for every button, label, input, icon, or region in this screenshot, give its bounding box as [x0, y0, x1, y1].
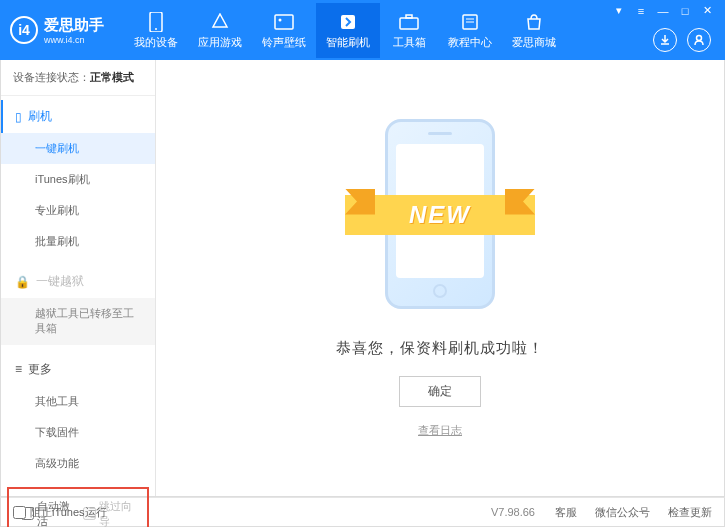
phone-small-icon: ▯	[15, 110, 22, 124]
jailbreak-header: 🔒 一键越狱	[1, 265, 155, 298]
more-section: ≡ 更多 其他工具 下载固件 高级功能	[1, 349, 155, 483]
tab-my-device[interactable]: 我的设备	[124, 3, 188, 58]
block-itunes-checkbox[interactable]: 阻止iTunes运行	[13, 505, 107, 520]
body-area: 设备连接状态：正常模式 ▯ 刷机 一键刷机 iTunes刷机 专业刷机 批量刷机…	[0, 60, 725, 497]
dropdown-icon[interactable]: ▾	[611, 4, 627, 17]
sidebar-item-download-firmware[interactable]: 下载固件	[1, 417, 155, 448]
user-button[interactable]	[687, 28, 711, 52]
sidebar: 设备连接状态：正常模式 ▯ 刷机 一键刷机 iTunes刷机 专业刷机 批量刷机…	[1, 60, 156, 496]
jailbreak-note: 越狱工具已转移至工具箱	[1, 298, 155, 345]
main-content: NEW 恭喜您，保资料刷机成功啦！ 确定 查看日志	[156, 60, 724, 496]
sidebar-item-batch-flash[interactable]: 批量刷机	[1, 226, 155, 257]
sidebar-item-itunes-flash[interactable]: iTunes刷机	[1, 164, 155, 195]
download-button[interactable]	[653, 28, 677, 52]
svg-rect-4	[341, 15, 355, 29]
app-icon	[209, 11, 231, 33]
app-url: www.i4.cn	[44, 35, 104, 45]
tab-apps[interactable]: 应用游戏	[188, 3, 252, 58]
svg-point-10	[697, 36, 702, 41]
phone-illustration: NEW	[365, 119, 515, 319]
sidebar-item-pro-flash[interactable]: 专业刷机	[1, 195, 155, 226]
tab-tutorial[interactable]: 教程中心	[438, 3, 502, 58]
svg-point-1	[155, 28, 157, 30]
device-status: 设备连接状态：正常模式	[1, 60, 155, 96]
maximize-icon[interactable]: □	[677, 5, 693, 17]
footer-service-link[interactable]: 客服	[555, 505, 577, 520]
tab-store[interactable]: 爱思商城	[502, 3, 566, 58]
new-banner: NEW	[345, 189, 535, 235]
menu-lines-icon: ≡	[15, 362, 22, 376]
confirm-button[interactable]: 确定	[399, 376, 481, 407]
toolbox-icon	[398, 11, 420, 33]
footer-links: 客服 微信公众号 检查更新	[555, 505, 712, 520]
footer-wechat-link[interactable]: 微信公众号	[595, 505, 650, 520]
image-icon	[273, 11, 295, 33]
view-log-link[interactable]: 查看日志	[418, 423, 462, 438]
more-header[interactable]: ≡ 更多	[1, 353, 155, 386]
tab-flash[interactable]: 智能刷机	[316, 3, 380, 58]
tab-ringtone[interactable]: 铃声壁纸	[252, 3, 316, 58]
tab-toolbox[interactable]: 工具箱	[380, 3, 438, 58]
sidebar-item-advanced[interactable]: 高级功能	[1, 448, 155, 479]
footer-update-link[interactable]: 检查更新	[668, 505, 712, 520]
svg-point-3	[279, 18, 282, 21]
svg-rect-2	[275, 15, 293, 29]
svg-rect-5	[400, 18, 418, 29]
sidebar-item-onekey-flash[interactable]: 一键刷机	[1, 133, 155, 164]
svg-rect-6	[406, 15, 412, 18]
book-icon	[459, 11, 481, 33]
flash-section: ▯ 刷机 一键刷机 iTunes刷机 专业刷机 批量刷机	[1, 96, 155, 261]
success-message: 恭喜您，保资料刷机成功啦！	[336, 339, 544, 358]
menu-icon[interactable]: ≡	[633, 5, 649, 17]
close-icon[interactable]: ✕	[699, 4, 715, 17]
minimize-icon[interactable]: ―	[655, 5, 671, 17]
logo-icon: i4	[10, 16, 38, 44]
phone-icon	[145, 11, 167, 33]
lock-icon: 🔒	[15, 275, 30, 289]
app-title: 爱思助手	[44, 16, 104, 35]
flash-header[interactable]: ▯ 刷机	[1, 100, 155, 133]
version-label: V7.98.66	[491, 506, 535, 518]
store-icon	[523, 11, 545, 33]
sidebar-item-other-tools[interactable]: 其他工具	[1, 386, 155, 417]
jailbreak-section: 🔒 一键越狱 越狱工具已转移至工具箱	[1, 261, 155, 349]
window-controls: ▾ ≡ ― □ ✕	[611, 4, 715, 17]
logo-area: i4 爱思助手 www.i4.cn	[10, 16, 104, 45]
app-header: i4 爱思助手 www.i4.cn 我的设备 应用游戏 铃声壁纸 智能刷机 工具…	[0, 0, 725, 60]
flash-icon	[337, 11, 359, 33]
logo-text: 爱思助手 www.i4.cn	[44, 16, 104, 45]
header-action-circles	[653, 28, 711, 52]
